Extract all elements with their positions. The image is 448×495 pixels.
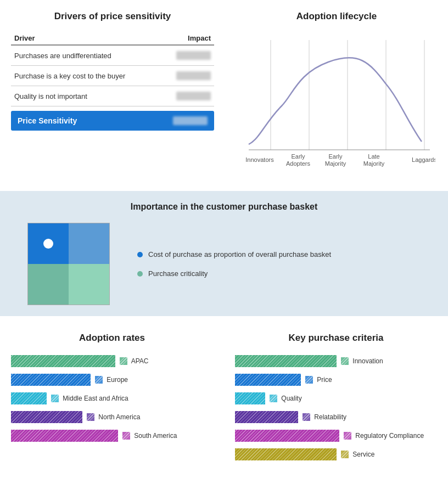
- driver-label: Purchases are undifferentiated: [11, 45, 161, 66]
- svg-text:Laggards: Laggards: [412, 156, 435, 163]
- legend-label-2: Purchase criticality: [148, 269, 208, 278]
- bar-label: Middle East and Africa: [51, 395, 128, 403]
- driver-col-header: Driver: [11, 32, 161, 45]
- driver-table: Driver Impact Purchases are undifferenti…: [11, 32, 214, 106]
- svg-text:Innovators: Innovators: [245, 156, 274, 163]
- bar-fill: [235, 430, 339, 442]
- price-sensitivity-row[interactable]: Price Sensitivity Medium: [11, 111, 214, 131]
- adoption-rates-title: Adoption rates: [11, 333, 213, 344]
- bar-fill: [235, 448, 337, 460]
- purchase-criteria-section: Key purchase criteria Innovation Price: [224, 327, 448, 471]
- adoption-title: Adoption lifecycle: [236, 11, 437, 22]
- svg-text:Late: Late: [368, 153, 379, 160]
- list-item: Service: [235, 447, 437, 462]
- driver-label: Quality is not important: [11, 86, 161, 106]
- svg-text:Early: Early: [291, 153, 305, 160]
- purchase-criteria-title: Key purchase criteria: [235, 333, 437, 344]
- quadrant-tl: [28, 223, 69, 264]
- bar-fill: [11, 374, 91, 386]
- table-row: Quality is not important Medium: [11, 86, 214, 106]
- bar-label: Quality: [270, 395, 302, 403]
- driver-impact: Medium: [161, 45, 214, 66]
- bar-legend-icon: [270, 395, 277, 402]
- svg-text:Early: Early: [328, 153, 343, 160]
- lifecycle-chart: Innovators Early Adopters Early Majority…: [238, 32, 435, 180]
- legend-dot-blue: [137, 252, 143, 257]
- adoption-bar-chart: APAC Europe Middle East and Africa: [11, 353, 213, 443]
- legend-item-1: Cost of purchase as proportion of overal…: [137, 250, 331, 258]
- quadrant-dot: [43, 239, 53, 249]
- bar-fill: [11, 430, 118, 442]
- bar-label: APAC: [120, 357, 148, 365]
- driver-impact: Medium: [161, 86, 214, 106]
- adoption-rates-section: Adoption rates APAC Europe: [0, 327, 224, 471]
- list-item: Price: [235, 372, 437, 387]
- bar-fill: [11, 411, 82, 423]
- svg-text:Majority: Majority: [325, 160, 346, 167]
- bar-legend-icon: [303, 413, 310, 421]
- middle-title: Importance in the customer purchase bask…: [16, 202, 432, 212]
- bar-label: Innovation: [341, 357, 383, 365]
- bar-legend-icon: [122, 432, 130, 440]
- bar-legend-icon: [344, 432, 351, 440]
- middle-section: Importance in the customer purchase bask…: [0, 191, 448, 316]
- list-item: Regulatory Compliance: [235, 428, 437, 443]
- quadrant-chart: [27, 223, 110, 305]
- table-row: Purchases are undifferentiated Medium: [11, 45, 214, 66]
- driver-impact: Medium: [161, 66, 214, 86]
- legend: Cost of purchase as proportion of overal…: [137, 250, 331, 278]
- legend-label-1: Cost of purchase as proportion of overal…: [148, 250, 331, 258]
- driver-label: Purchase is a key cost to the buyer: [11, 66, 161, 86]
- bar-legend-icon: [95, 376, 103, 384]
- bar-label: Relatability: [303, 413, 346, 421]
- list-item: Innovation: [235, 353, 437, 369]
- list-item: Quality: [235, 391, 437, 406]
- legend-item-2: Purchase criticality: [137, 269, 331, 278]
- bar-fill: [11, 355, 115, 367]
- drivers-title: Drivers of price sensitivity: [11, 11, 214, 22]
- list-item: APAC: [11, 353, 213, 369]
- legend-dot-green: [137, 271, 143, 277]
- bar-legend-icon: [51, 395, 59, 402]
- list-item: Relatability: [235, 409, 437, 425]
- table-row: Purchase is a key cost to the buyer Medi…: [11, 66, 214, 86]
- quadrant-bl: [28, 264, 69, 305]
- impact-col-header: Impact: [161, 32, 214, 45]
- quadrant-tr: [69, 223, 109, 264]
- bar-fill: [235, 411, 298, 423]
- svg-text:Majority: Majority: [363, 160, 385, 167]
- bar-fill: [235, 355, 337, 367]
- bar-fill: [235, 392, 265, 404]
- criteria-bar-chart: Innovation Price Quality: [235, 353, 437, 462]
- bar-fill: [11, 392, 47, 404]
- bar-label: South America: [122, 432, 177, 440]
- list-item: Europe: [11, 372, 213, 387]
- bar-label: Europe: [95, 376, 128, 384]
- quadrant-br: [69, 264, 109, 305]
- bar-legend-icon: [341, 357, 349, 365]
- bar-fill: [235, 374, 301, 386]
- bar-label: North America: [87, 413, 140, 421]
- list-item: South America: [11, 428, 213, 443]
- bar-legend-icon: [341, 451, 349, 458]
- bar-label: Service: [341, 451, 374, 459]
- bar-legend-icon: [87, 413, 94, 421]
- list-item: North America: [11, 409, 213, 425]
- bar-legend-icon: [305, 376, 313, 384]
- bar-label: Regulatory Compliance: [344, 432, 424, 440]
- list-item: Middle East and Africa: [11, 391, 213, 406]
- price-sensitivity-label: Price Sensitivity: [18, 116, 77, 125]
- price-sensitivity-badge: Medium: [173, 116, 208, 125]
- svg-text:Adopters: Adopters: [286, 160, 311, 167]
- bar-legend-icon: [120, 357, 127, 365]
- bar-label: Price: [305, 376, 332, 384]
